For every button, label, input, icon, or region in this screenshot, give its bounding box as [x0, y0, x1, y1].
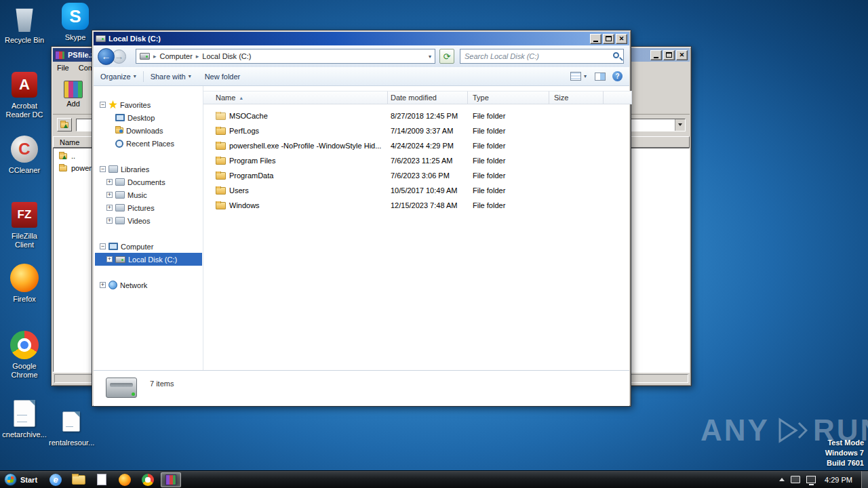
- table-row[interactable]: powershell.exe -NoProfile -WindowStyle H…: [203, 138, 629, 153]
- desktop-icon-ccleaner[interactable]: C CCleaner: [2, 134, 47, 175]
- table-row[interactable]: Windows 12/15/2023 7:48 AM File folder: [203, 198, 629, 213]
- collapse-icon[interactable]: −: [100, 166, 106, 172]
- column-label: Name: [60, 138, 79, 146]
- sidebar-item-libraries[interactable]: − Libraries: [95, 163, 202, 176]
- column-header-name[interactable]: Name ▲: [203, 91, 388, 104]
- sidebar-item-computer[interactable]: − Computer: [95, 240, 202, 253]
- sidebar-item-videos[interactable]: + Videos: [95, 214, 202, 227]
- menu-file[interactable]: File: [57, 64, 69, 72]
- desktop-icon-chrome[interactable]: Google Chrome: [2, 330, 47, 380]
- desktop-icon-acrobat[interactable]: A Acrobat Reader DC: [2, 70, 47, 119]
- share-with-button[interactable]: Share with ▾: [144, 67, 198, 85]
- expand-icon[interactable]: +: [100, 282, 106, 288]
- expand-icon[interactable]: +: [106, 179, 113, 185]
- sidebar-item-label: Pictures: [127, 204, 155, 212]
- desktop-icon-rentalresour[interactable]: rentalresour...: [49, 407, 94, 447]
- drive-icon: [96, 35, 106, 42]
- desktop-icon-firefox[interactable]: Firefox: [2, 263, 47, 304]
- table-row[interactable]: Program Files 7/6/2023 11:25 AM File fol…: [203, 153, 629, 168]
- search-box[interactable]: [460, 49, 624, 64]
- desktop-icon-cnetarchive[interactable]: cnetarchive...: [2, 399, 47, 439]
- help-button[interactable]: ?: [612, 71, 623, 81]
- expand-icon[interactable]: +: [106, 205, 113, 211]
- ccleaner-icon: C: [11, 136, 38, 163]
- details-pane: 7 items: [94, 370, 629, 406]
- taskbar-item-chrome[interactable]: [138, 472, 158, 487]
- expand-icon[interactable]: +: [106, 218, 113, 224]
- address-history-dropdown-icon[interactable]: ▾: [429, 54, 431, 60]
- file-name: Users: [229, 186, 249, 195]
- sidebar-item-pictures[interactable]: + Pictures: [95, 201, 202, 214]
- taskbar-item-winrar[interactable]: [161, 472, 181, 487]
- desktop-icon-label: Recycle Bin: [2, 36, 47, 45]
- collapse-icon[interactable]: −: [100, 102, 106, 108]
- table-row[interactable]: ProgramData 7/6/2023 3:06 PM File folder: [203, 168, 629, 183]
- breadcrumb[interactable]: ▸ Computer ▸ Local Disk (C:) ▾: [136, 49, 435, 64]
- sidebar-item-desktop[interactable]: Desktop: [95, 111, 202, 124]
- start-button[interactable]: Start: [0, 471, 43, 488]
- os-label: Windows 7: [825, 448, 864, 458]
- table-row[interactable]: PerfLogs 7/14/2009 3:37 AM File folder: [203, 123, 629, 138]
- expand-icon[interactable]: +: [106, 192, 113, 198]
- show-hidden-icons-chevron[interactable]: [779, 478, 785, 481]
- command-bar: Organize ▾ Share with ▾ New folder ▾ ?: [94, 67, 629, 86]
- winrar-add-button[interactable]: Add: [58, 75, 88, 113]
- back-button[interactable]: ←: [98, 48, 115, 65]
- network-tray-icon[interactable]: [806, 476, 816, 483]
- column-header-type[interactable]: Type: [468, 91, 549, 104]
- refresh-button[interactable]: ⟳: [439, 49, 454, 64]
- chevron-down-icon: ▾: [584, 73, 587, 79]
- show-desktop-button[interactable]: [861, 471, 868, 488]
- add-label: Add: [66, 100, 80, 108]
- file-type: File folder: [468, 186, 549, 195]
- sidebar-item-downloads[interactable]: Downloads: [95, 124, 202, 137]
- combobox-dropdown-button[interactable]: [675, 119, 685, 131]
- column-header-date-modified[interactable]: Date modified: [388, 91, 468, 104]
- sidebar-item-network[interactable]: + Network: [95, 279, 202, 291]
- minimize-button[interactable]: [650, 50, 662, 60]
- taskbar-clock[interactable]: 4:29 PM: [822, 476, 855, 484]
- network-icon: [108, 281, 117, 289]
- preview-pane-button[interactable]: [595, 73, 606, 81]
- explorer-titlebar[interactable]: Local Disk (C:) ✕: [94, 32, 629, 45]
- sidebar-item-favorites[interactable]: − Favorites: [95, 98, 202, 111]
- taskbar-item-internet-explorer[interactable]: e: [45, 472, 66, 487]
- expand-icon[interactable]: +: [106, 256, 113, 262]
- winrar-icon: [165, 474, 176, 485]
- table-row[interactable]: MSOCache 8/27/2018 12:45 PM File folder: [203, 108, 629, 123]
- breadcrumb-local-disk[interactable]: Local Disk (C:): [202, 52, 251, 60]
- taskbar-item-documents[interactable]: [92, 472, 112, 487]
- close-button[interactable]: ✕: [676, 50, 688, 60]
- taskbar-item-windows-explorer[interactable]: [68, 472, 89, 487]
- organize-button[interactable]: Organize ▾: [94, 67, 143, 85]
- maximize-button[interactable]: [603, 34, 614, 44]
- start-label: Start: [20, 476, 37, 484]
- sidebar-item-recent-places[interactable]: Recent Places: [95, 137, 202, 150]
- display-tray-icon[interactable]: [791, 476, 800, 483]
- folder-up-icon: [59, 153, 67, 159]
- desktop-icon-filezilla[interactable]: FZ FileZilla Client: [2, 200, 47, 249]
- table-row[interactable]: Users 10/5/2017 10:49 AM File folder: [203, 183, 629, 198]
- breadcrumb-separator-icon: ▸: [153, 53, 157, 60]
- sidebar-item-local-disk-c[interactable]: + Local Disk (C:): [95, 253, 202, 266]
- change-view-button[interactable]: ▾: [569, 72, 588, 81]
- search-input[interactable]: [460, 49, 623, 63]
- column-header-size[interactable]: Size: [549, 91, 604, 104]
- collapse-icon[interactable]: −: [100, 243, 106, 249]
- new-folder-label: New folder: [205, 73, 241, 81]
- close-button[interactable]: ✕: [616, 34, 627, 44]
- minimize-button[interactable]: [590, 34, 601, 44]
- sidebar-item-label: Desktop: [127, 114, 155, 122]
- anyrun-play-icon: [775, 417, 808, 444]
- maximize-button[interactable]: [663, 50, 675, 60]
- file-name: powershell.exe -NoProfile -WindowStyle H…: [229, 142, 381, 150]
- desktop: Recycle Bin S Skype A Acrobat Reader DC …: [0, 0, 868, 488]
- breadcrumb-computer[interactable]: Computer: [160, 52, 193, 60]
- sidebar-item-music[interactable]: + Music: [95, 188, 202, 201]
- document-icon: [62, 411, 80, 432]
- new-folder-button[interactable]: New folder: [198, 67, 248, 85]
- desktop-icon-recycle-bin[interactable]: Recycle Bin: [2, 4, 47, 45]
- sidebar-item-documents[interactable]: + Documents: [95, 176, 202, 188]
- taskbar-item-firefox[interactable]: [115, 472, 135, 487]
- up-directory-button[interactable]: [57, 118, 72, 131]
